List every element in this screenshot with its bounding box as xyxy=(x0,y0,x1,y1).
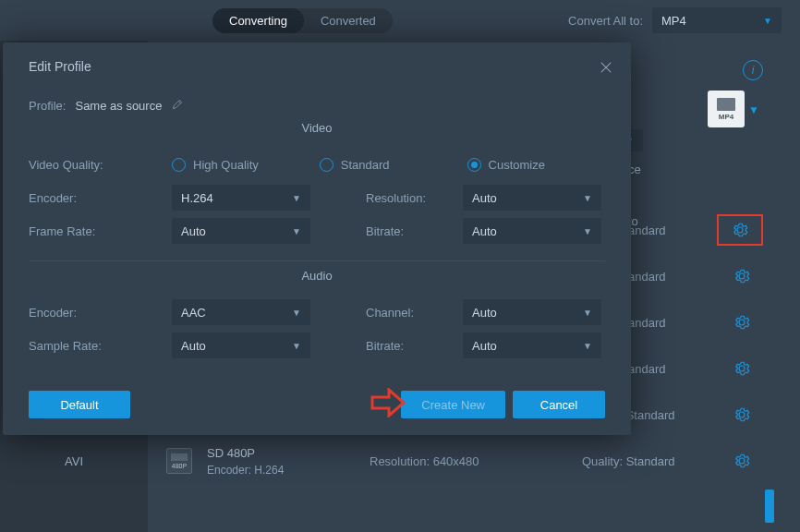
video-encoder-select[interactable]: H.264▼ xyxy=(172,185,310,211)
sample-rate-select[interactable]: Auto▼ xyxy=(172,332,310,358)
chevron-down-icon: ▼ xyxy=(292,308,301,318)
radio-high-quality[interactable]: High Quality xyxy=(172,158,259,172)
gear-icon xyxy=(732,222,748,238)
modal-footer: Default Create New Cancel xyxy=(29,391,605,418)
chevron-down-icon: ▼ xyxy=(292,226,301,236)
quality-fragment: andard xyxy=(628,362,665,376)
modal-title: Edit Profile xyxy=(29,59,605,74)
chevron-down-icon: ▼ xyxy=(583,226,592,236)
settings-button[interactable] xyxy=(730,357,754,381)
convert-all-group: Convert All to: MP4 ▼ xyxy=(568,7,782,33)
chevron-down-icon: ▼ xyxy=(763,16,772,26)
gear-icon xyxy=(733,314,750,331)
default-button[interactable]: Default xyxy=(29,391,130,418)
radio-label: High Quality xyxy=(193,158,259,172)
thumbnail-480p: 480P xyxy=(166,448,192,474)
audio-bitrate-label: Bitrate: xyxy=(366,339,463,353)
tab-converting[interactable]: Converting xyxy=(212,8,304,33)
close-button[interactable] xyxy=(598,59,614,79)
gear-icon xyxy=(733,360,750,377)
frame-rate-label: Frame Rate: xyxy=(29,224,172,238)
channel-label: Channel: xyxy=(366,306,463,320)
edit-profile-name-button[interactable] xyxy=(171,98,184,114)
convert-all-select[interactable]: MP4 ▼ xyxy=(652,7,782,33)
video-quality-label: Video Quality: xyxy=(29,158,172,172)
radio-label: Customize xyxy=(489,158,545,172)
sidebar-item-avi[interactable]: AVI xyxy=(0,438,148,484)
audio-bitrate-select[interactable]: Auto▼ xyxy=(463,332,601,358)
audio-section-header: Audio xyxy=(29,269,605,283)
video-encoder-label: Encoder: xyxy=(29,191,172,205)
convert-all-value: MP4 xyxy=(661,14,686,28)
chevron-down-icon: ▼ xyxy=(292,341,301,351)
video-settings: Video Quality: High Quality Standard Cus… xyxy=(29,148,605,248)
close-icon xyxy=(598,59,614,76)
settings-button[interactable] xyxy=(730,264,754,288)
row-title: SD 480P xyxy=(207,446,284,460)
top-bar: Converting Converted Convert All to: MP4… xyxy=(0,0,800,41)
row-resolution: Resolution: 640x480 xyxy=(370,454,479,468)
profile-value: Same as source xyxy=(75,99,162,113)
gear-icon xyxy=(733,406,750,423)
audio-settings: Encoder: AAC▼ Channel: Auto▼ Sample Rate… xyxy=(29,296,605,362)
convert-all-label: Convert All to: xyxy=(568,14,643,28)
resolution-label: Resolution: xyxy=(366,191,463,205)
video-section-header: Video xyxy=(29,121,605,135)
divider xyxy=(29,260,605,261)
radio-standard[interactable]: Standard xyxy=(320,158,390,172)
main-tabs: Converting Converted xyxy=(212,8,393,33)
gear-icon xyxy=(733,268,750,284)
audio-encoder-label: Encoder: xyxy=(29,306,172,320)
channel-select[interactable]: Auto▼ xyxy=(463,299,601,325)
frame-rate-select[interactable]: Auto▼ xyxy=(172,218,310,244)
quality-fragment: andard xyxy=(628,270,665,284)
pencil-icon xyxy=(171,98,184,111)
tab-converted[interactable]: Converted xyxy=(304,8,393,33)
video-bitrate-select[interactable]: Auto▼ xyxy=(463,218,601,244)
table-row[interactable]: 480P SD 480P Encoder: H.264 Resolution: … xyxy=(166,438,763,484)
settings-button[interactable] xyxy=(730,310,754,334)
radio-customize[interactable]: Customize xyxy=(467,158,545,172)
accent-strip xyxy=(765,490,774,523)
chevron-down-icon: ▼ xyxy=(583,193,592,203)
settings-button[interactable] xyxy=(730,449,754,473)
profile-line: Profile: Same as source xyxy=(29,98,605,114)
gear-icon xyxy=(733,453,750,469)
profile-label: Profile: xyxy=(29,99,66,113)
annotation-arrow xyxy=(370,388,407,420)
row-encoder: Encoder: H.264 xyxy=(207,464,284,477)
arrow-right-icon xyxy=(370,388,407,417)
cancel-button[interactable]: Cancel xyxy=(513,391,605,418)
edit-profile-modal: Edit Profile Profile: Same as source Vid… xyxy=(3,42,631,435)
create-new-button[interactable]: Create New xyxy=(401,391,505,418)
radio-label: Standard xyxy=(341,158,390,172)
settings-button[interactable] xyxy=(717,214,763,246)
settings-button[interactable] xyxy=(730,403,754,427)
chevron-down-icon: ▼ xyxy=(583,341,592,351)
quality-fragment: andard xyxy=(628,224,665,237)
row-quality: Quality: Standard xyxy=(582,454,674,468)
chevron-down-icon: ▼ xyxy=(583,308,592,318)
audio-encoder-select[interactable]: AAC▼ xyxy=(172,299,310,325)
video-bitrate-label: Bitrate: xyxy=(366,224,463,238)
quality-fragment: andard xyxy=(628,316,665,330)
resolution-select[interactable]: Auto▼ xyxy=(463,185,601,211)
sample-rate-label: Sample Rate: xyxy=(29,339,172,353)
chevron-down-icon: ▼ xyxy=(292,193,301,203)
